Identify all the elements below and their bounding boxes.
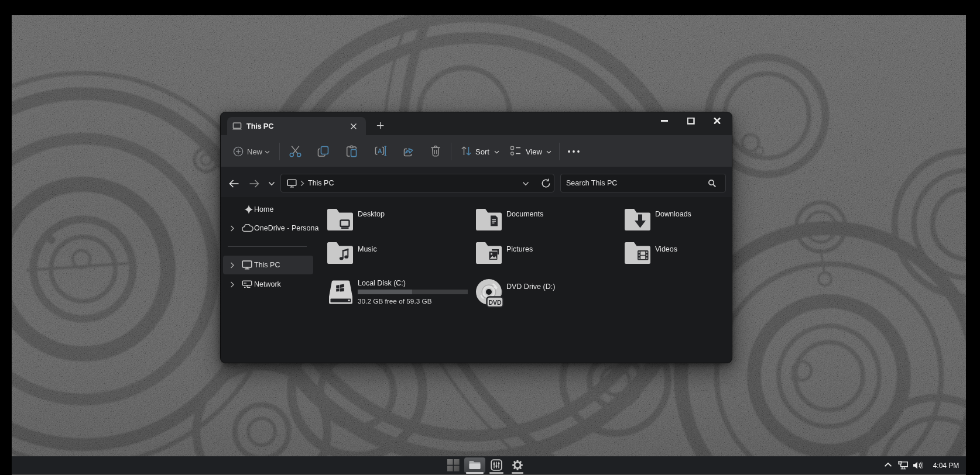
svg-text:A: A (378, 147, 382, 154)
svg-text:DVD: DVD (488, 299, 502, 306)
